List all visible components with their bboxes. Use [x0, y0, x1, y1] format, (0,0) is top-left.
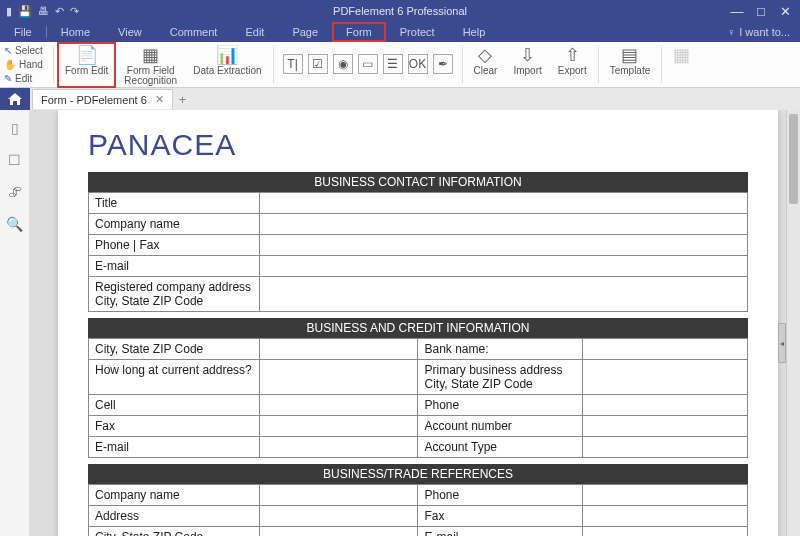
tab-close-icon[interactable]: ✕ — [155, 93, 164, 106]
redo-icon[interactable]: ↷ — [70, 5, 79, 18]
form-field[interactable] — [260, 277, 748, 312]
menu-file[interactable]: File — [0, 22, 46, 42]
more-icon: ▦ — [673, 45, 690, 65]
minimize-button[interactable]: ― — [726, 4, 748, 19]
template-button[interactable]: ▤ Template — [602, 42, 659, 88]
form-label: Phone | Fax — [89, 235, 260, 256]
hand-icon: ✋ — [4, 58, 16, 71]
scrollbar-thumb[interactable] — [789, 114, 798, 204]
form-label: Fax — [89, 416, 260, 437]
right-panel-handle[interactable]: ◂ — [778, 323, 786, 363]
form-label: Company name — [89, 485, 260, 506]
form-label: Phone — [418, 485, 583, 506]
document-tab[interactable]: Form - PDFelement 6 ✕ — [32, 89, 173, 109]
form-label: How long at current address? — [89, 360, 260, 395]
document-brand: PANACEA — [88, 128, 748, 162]
listbox-tool[interactable]: ☰ — [383, 54, 403, 74]
form-field[interactable] — [260, 339, 418, 360]
window-title: PDFelement 6 Professional — [333, 5, 467, 17]
import-button[interactable]: ⇩ Import — [505, 42, 549, 88]
close-button[interactable]: ✕ — [774, 4, 796, 19]
export-button[interactable]: ⇧ Export — [550, 42, 595, 88]
menu-edit[interactable]: Edit — [231, 22, 278, 42]
form-field[interactable] — [583, 506, 748, 527]
form-field[interactable] — [583, 395, 748, 416]
form-label: Primary business address City, State ZIP… — [418, 360, 583, 395]
menu-form[interactable]: Form — [332, 22, 386, 42]
form-field[interactable] — [583, 527, 748, 537]
new-tab-button[interactable]: + — [179, 92, 187, 107]
print-icon[interactable]: 🖶 — [38, 5, 49, 18]
form-field[interactable] — [583, 485, 748, 506]
form-field[interactable] — [260, 527, 418, 537]
template-icon: ▤ — [621, 45, 638, 65]
home-tab[interactable] — [0, 88, 30, 110]
form-field-recognition-button[interactable]: ▦ Form Field Recognition — [116, 42, 185, 88]
checkbox-tool[interactable]: ☑ — [308, 54, 328, 74]
form-label: Title — [89, 193, 260, 214]
form-field[interactable] — [260, 416, 418, 437]
form-field[interactable] — [260, 485, 418, 506]
form-label: Address — [89, 506, 260, 527]
tool-edit[interactable]: ✎Edit — [4, 72, 46, 85]
import-icon: ⇩ — [520, 45, 535, 65]
section1-table: TitleCompany namePhone | FaxE-mailRegist… — [88, 192, 748, 312]
clear-button[interactable]: ◇ Clear — [466, 42, 506, 88]
form-label: Phone — [418, 395, 583, 416]
menu-help[interactable]: Help — [449, 22, 500, 42]
document-area[interactable]: ▸ PANACEA BUSINESS CONTACT INFORMATION T… — [30, 110, 800, 536]
home-icon — [8, 93, 22, 105]
form-field[interactable] — [583, 437, 748, 458]
form-field[interactable] — [583, 360, 748, 395]
i-want-to[interactable]: ♀I want to... — [727, 26, 790, 38]
form-label: Registered company address City, State Z… — [89, 277, 260, 312]
tool-select[interactable]: ↖Select — [4, 44, 46, 57]
thumbnails-icon[interactable]: ▯ — [11, 120, 19, 136]
bulb-icon: ♀ — [727, 26, 735, 38]
cursor-icon: ↖ — [4, 44, 12, 57]
maximize-button[interactable]: □ — [750, 4, 772, 19]
form-field[interactable] — [583, 339, 748, 360]
combobox-tool[interactable]: ▭ — [358, 54, 378, 74]
more-button[interactable]: ▦ — [665, 42, 698, 88]
form-label: E-mail — [89, 256, 260, 277]
section3-table: Company namePhoneAddressFaxCity, State Z… — [88, 484, 748, 536]
radio-tool[interactable]: ◉ — [333, 54, 353, 74]
menu-protect[interactable]: Protect — [386, 22, 449, 42]
form-field[interactable] — [260, 395, 418, 416]
titlebar: ▮ 💾 🖶 ↶ ↷ PDFelement 6 Professional ― □ … — [0, 0, 800, 22]
menu-comment[interactable]: Comment — [156, 22, 232, 42]
data-extraction-button[interactable]: 📊 Data Extraction — [185, 42, 269, 88]
pdf-page: PANACEA BUSINESS CONTACT INFORMATION Tit… — [58, 110, 778, 536]
form-label: Account number — [418, 416, 583, 437]
form-label: City, State ZIP Code — [89, 527, 260, 537]
form-field[interactable] — [260, 235, 748, 256]
vertical-scrollbar[interactable] — [786, 110, 800, 536]
form-field[interactable] — [583, 416, 748, 437]
section-header-1: BUSINESS CONTACT INFORMATION — [88, 172, 748, 192]
form-edit-button[interactable]: 📄 Form Edit — [57, 42, 116, 88]
form-field[interactable] — [260, 214, 748, 235]
document-tabbar: Form - PDFelement 6 ✕ + — [0, 88, 800, 110]
data-extraction-icon: 📊 — [216, 45, 238, 65]
edit-icon: ✎ — [4, 72, 12, 85]
signature-tool[interactable]: ✒ — [433, 54, 453, 74]
form-label: E-mail — [418, 527, 583, 537]
search-icon[interactable]: 🔍 — [6, 216, 23, 232]
text-field-tool[interactable]: T| — [283, 54, 303, 74]
form-field[interactable] — [260, 256, 748, 277]
form-field[interactable] — [260, 193, 748, 214]
button-tool[interactable]: OK — [408, 54, 428, 74]
form-field[interactable] — [260, 360, 418, 395]
form-field[interactable] — [260, 437, 418, 458]
save-icon[interactable]: 💾 — [18, 5, 32, 18]
tool-hand[interactable]: ✋Hand — [4, 58, 46, 71]
menu-home[interactable]: Home — [47, 22, 104, 42]
menu-page[interactable]: Page — [278, 22, 332, 42]
form-label: Fax — [418, 506, 583, 527]
menu-view[interactable]: View — [104, 22, 156, 42]
bookmark-icon[interactable]: ☐ — [8, 152, 21, 168]
undo-icon[interactable]: ↶ — [55, 5, 64, 18]
form-field[interactable] — [260, 506, 418, 527]
attachments-icon[interactable]: 🖇 — [8, 184, 22, 200]
